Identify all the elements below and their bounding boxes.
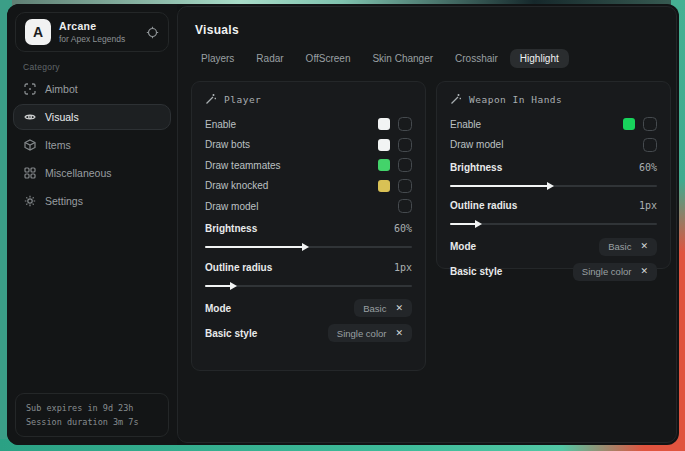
setting-label: Draw knocked [205,180,268,191]
color-swatch[interactable] [378,139,390,151]
slider-thumb[interactable] [547,182,554,190]
setting-value: 60% [394,223,412,234]
slider-fill [205,285,232,287]
sidebar-item-visuals[interactable]: Visuals [13,104,171,130]
sidebar: A Arcane for Apex Legends Category [7,4,177,445]
tab-highlight[interactable]: Highlight [510,49,569,68]
aimbot-icon [24,83,36,95]
outline-radius-slider[interactable] [205,285,412,287]
wand-icon [205,93,217,105]
panel-title: Weapon In Hands [469,94,562,105]
tab-players[interactable]: Players [191,49,244,68]
sidebar-item-label: Aimbot [45,83,78,95]
mode-chip[interactable]: Basic ✕ [599,238,657,256]
checkbox[interactable] [643,138,657,152]
slider-thumb[interactable] [475,220,482,228]
sidebar-nav: Aimbot Visuals Items [13,76,171,216]
cube-icon [24,139,36,151]
setting-label: Draw teammates [205,160,281,171]
app-window: A Arcane for Apex Legends Category [7,4,679,445]
app-title: Arcane [59,20,138,32]
setting-label: Draw bots [205,139,250,150]
sidebar-item-label: Settings [45,195,83,207]
setting-row-basic-style: Basic style Single color ✕ [450,259,657,284]
tab-crosshair[interactable]: Crosshair [445,49,508,68]
color-swatch[interactable] [378,159,390,171]
outline-radius-slider[interactable] [450,223,657,225]
tab-skin-changer[interactable]: Skin Changer [362,49,443,68]
checkbox[interactable] [398,138,412,152]
color-swatch[interactable] [623,118,635,130]
tab-bar: Players Radar OffScreen Skin Changer Cro… [191,49,569,68]
checkbox[interactable] [398,117,412,131]
chip-label: Single color [337,328,387,339]
setting-label: Draw model [450,139,503,150]
setting-value: 60% [639,162,657,173]
checkbox[interactable] [398,199,412,213]
outline-radius-slider-block: Outline radius 1px [450,196,657,226]
slider-fill [450,185,549,187]
player-panel-header: Player [205,93,412,105]
setting-label: Enable [205,119,236,130]
sidebar-item-items[interactable]: Items [13,132,171,158]
checkbox[interactable] [643,117,657,131]
weapon-panel-header: Weapon In Hands [450,93,657,105]
slider-thumb[interactable] [230,282,237,290]
session-duration-text: Session duration 3m 7s [26,415,158,429]
setting-row-brightness: Brightness 60% [205,219,412,240]
setting-label: Brightness [450,162,502,173]
sub-expires-text: Sub expires in 9d 23h [26,401,158,415]
eye-icon [24,111,36,123]
setting-row-enable: Enable [450,114,657,135]
target-icon[interactable] [146,26,159,39]
brightness-slider-block: Brightness 60% [205,219,412,249]
setting-row-mode: Mode Basic ✕ [205,296,412,321]
app-logo: A [25,19,51,45]
setting-row-draw-bots: Draw bots [205,135,412,156]
panel-title: Player [224,94,261,105]
close-icon[interactable]: ✕ [395,329,403,338]
main-content: Visuals Players Radar OffScreen Skin Cha… [177,6,677,443]
chip-label: Single color [582,266,632,277]
close-icon[interactable]: ✕ [395,304,403,313]
close-icon[interactable]: ✕ [640,242,648,251]
slider-fill [205,246,304,248]
setting-label: Brightness [205,223,257,234]
setting-row-outline-radius: Outline radius 1px [450,196,657,217]
basic-style-chip[interactable]: Single color ✕ [328,324,412,342]
brightness-slider[interactable] [205,246,412,248]
sidebar-item-aimbot[interactable]: Aimbot [13,76,171,102]
setting-row-basic-style: Basic style Single color ✕ [205,321,412,346]
grid-icon [24,167,36,179]
close-icon[interactable]: ✕ [640,267,648,276]
sidebar-item-label: Miscellaneous [45,167,112,179]
setting-row-draw-model: Draw model [205,196,412,217]
color-swatch[interactable] [378,180,390,192]
tab-offscreen[interactable]: OffScreen [296,49,361,68]
setting-label: Mode [205,303,231,314]
setting-row-outline-radius: Outline radius 1px [205,257,412,278]
slider-thumb[interactable] [302,243,309,251]
sidebar-item-settings[interactable]: Settings [13,188,171,214]
sidebar-item-miscellaneous[interactable]: Miscellaneous [13,160,171,186]
tab-radar[interactable]: Radar [246,49,293,68]
chip-label: Basic [608,241,631,252]
setting-row-mode: Mode Basic ✕ [450,234,657,259]
brightness-slider[interactable] [450,185,657,187]
app-subtitle: for Apex Legends [59,34,138,44]
player-panel: Player Enable Draw bots Draw teammates [191,81,426,371]
page-title: Visuals [195,23,239,37]
setting-label: Outline radius [205,262,272,273]
setting-row-enable: Enable [205,114,412,135]
brightness-slider-block: Brightness 60% [450,157,657,187]
color-swatch[interactable] [378,118,390,130]
setting-value: 1px [394,262,412,273]
chip-label: Basic [363,303,386,314]
sidebar-item-label: Items [45,139,71,151]
basic-style-chip[interactable]: Single color ✕ [573,263,657,281]
mode-chip[interactable]: Basic ✕ [354,299,412,317]
checkbox[interactable] [398,158,412,172]
weapon-in-hands-panel: Weapon In Hands Enable Draw model Bright… [436,81,671,269]
checkbox[interactable] [398,179,412,193]
setting-value: 1px [639,200,657,211]
